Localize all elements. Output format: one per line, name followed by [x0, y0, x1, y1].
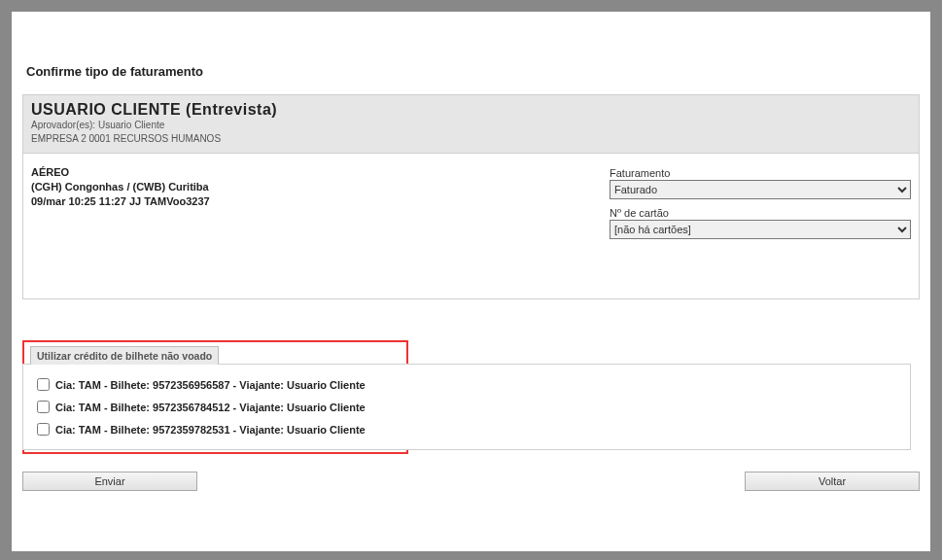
credit-checkbox[interactable]	[37, 423, 50, 436]
header-main: USUARIO CLIENTE (Entrevista)	[31, 101, 911, 119]
card-select[interactable]: [não há cartões]	[610, 220, 911, 239]
billing-label: Faturamento	[610, 167, 911, 179]
credit-text: Cia: TAM - Bilhete: 9572356784512 - Viaj…	[55, 402, 366, 413]
flight-product: AÉREO	[31, 165, 610, 180]
credit-checkbox[interactable]	[37, 401, 50, 413]
credit-row[interactable]: Cia: TAM - Bilhete: 9572356784512 - Viaj…	[37, 401, 396, 413]
credit-row[interactable]: Cia: TAM - Bilhete: 9572356956587 - Viaj…	[37, 378, 396, 391]
flight-route: (CGH) Congonhas / (CWB) Curitiba	[31, 180, 610, 194]
credit-text: Cia: TAM - Bilhete: 9572356956587 - Viaj…	[55, 379, 366, 391]
button-row: Enviar Voltar	[22, 472, 920, 491]
flight-detail: 09/mar 10:25 11:27 JJ TAMVoo3237	[31, 194, 610, 209]
page-title: Confirme tipo de faturamento	[26, 64, 920, 79]
page: Confirme tipo de faturamento USUARIO CLI…	[12, 12, 930, 551]
flight-info: AÉREO (CGH) Congonhas / (CWB) Curitiba 0…	[31, 165, 610, 289]
credit-tab[interactable]: Utilizar crédito de bilhete não voado	[30, 346, 219, 365]
credit-checkbox[interactable]	[37, 378, 50, 391]
flight-area: AÉREO (CGH) Congonhas / (CWB) Curitiba 0…	[22, 154, 920, 299]
billing-select[interactable]: Faturado	[610, 180, 911, 199]
content: Confirme tipo de faturamento USUARIO CLI…	[12, 64, 930, 491]
billing-panel: Faturamento Faturado Nº de cartão [não h…	[610, 165, 911, 289]
credit-body-wrapper: Cia: TAM - Bilhete: 9572356956587 - Viaj…	[22, 364, 911, 450]
header-box: USUARIO CLIENTE (Entrevista) Aprovador(e…	[22, 94, 920, 154]
back-button[interactable]: Voltar	[745, 472, 920, 491]
credit-text: Cia: TAM - Bilhete: 9572359782531 - Viaj…	[55, 424, 366, 436]
header-company: EMPRESA 2 0001 RECURSOS HUMANOS	[31, 132, 911, 146]
credit-row[interactable]: Cia: TAM - Bilhete: 9572359782531 - Viaj…	[37, 423, 396, 436]
credit-section-highlight: Utilizar crédito de bilhete não voado Ci…	[22, 340, 408, 454]
send-button[interactable]: Enviar	[22, 472, 197, 491]
header-approver: Aprovador(es): Usuario Cliente	[31, 119, 911, 132]
card-label: Nº de cartão	[610, 207, 911, 219]
credit-body: Cia: TAM - Bilhete: 9572356956587 - Viaj…	[23, 365, 409, 449]
